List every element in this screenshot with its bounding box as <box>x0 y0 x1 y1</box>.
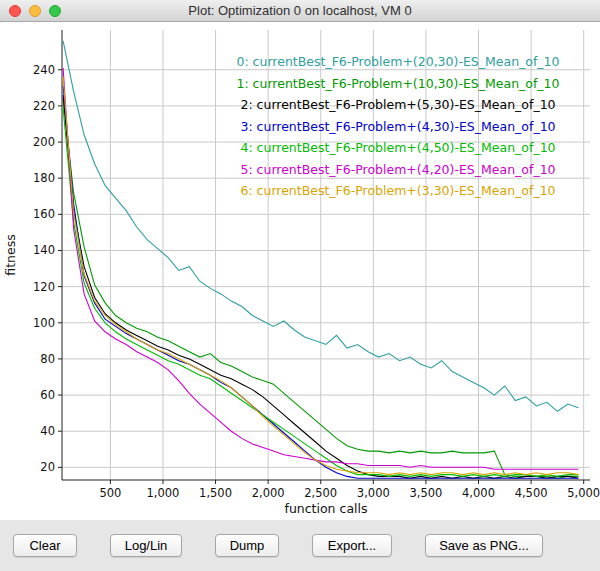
y-tick-label: 160 <box>33 207 55 221</box>
x-tick-label: 4,000 <box>462 486 495 500</box>
y-tick-label: 200 <box>33 135 55 149</box>
dump-button[interactable]: Dump <box>215 534 279 557</box>
plot-panel: 5001,0001,5002,0002,5003,0003,5004,0004,… <box>0 22 600 520</box>
x-tick-label: 2,000 <box>252 486 285 500</box>
y-tick-label: 20 <box>40 460 55 474</box>
fitness-chart: 5001,0001,5002,0002,5003,0003,5004,0004,… <box>0 22 600 520</box>
x-tick-label: 2,500 <box>304 486 337 500</box>
legend-entry-3: 3: currentBest_F6-Problem+(4,30)-ES_Mean… <box>240 119 555 134</box>
legend-entry-0: 0: currentBest_F6-Problem+(20,30)-ES_Mea… <box>236 54 559 69</box>
y-tick-label: 60 <box>40 388 55 402</box>
y-tick-label: 40 <box>40 424 55 438</box>
titlebar: Plot: Optimization 0 on localhost, VM 0 <box>0 0 600 22</box>
x-tick-label: 3,000 <box>357 486 390 500</box>
x-tick-label: 3,500 <box>409 486 442 500</box>
y-tick-label: 100 <box>33 316 55 330</box>
close-button[interactable] <box>9 5 21 17</box>
plot-window: Plot: Optimization 0 on localhost, VM 0 … <box>0 0 600 571</box>
x-axis-label: function calls <box>284 501 367 516</box>
x-tick-label: 4,500 <box>515 486 548 500</box>
window-title: Plot: Optimization 0 on localhost, VM 0 <box>188 3 411 18</box>
traffic-lights <box>9 0 61 21</box>
legend-entry-5: 5: currentBest_F6-Problem+(4,20)-ES_Mean… <box>240 162 555 177</box>
legend-entry-6: 6: currentBest_F6-Problem+(3,30)-ES_Mean… <box>240 183 555 198</box>
x-tick-label: 5,000 <box>567 486 600 500</box>
y-tick-label: 180 <box>33 171 55 185</box>
x-tick-label: 500 <box>99 486 121 500</box>
y-tick-label: 240 <box>33 63 55 77</box>
export-button[interactable]: Export... <box>312 534 392 557</box>
y-axis-label: fitness <box>3 234 18 275</box>
minimize-button[interactable] <box>29 5 41 17</box>
legend-entry-4: 4: currentBest_F6-Problem+(4,50)-ES_Mean… <box>240 140 555 155</box>
y-tick-label: 120 <box>33 280 55 294</box>
y-tick-label: 80 <box>40 352 55 366</box>
maximize-button[interactable] <box>49 5 61 17</box>
y-tick-label: 220 <box>33 99 55 113</box>
clear-button[interactable]: Clear <box>13 534 77 557</box>
loglin-button[interactable]: Log/Lin <box>110 534 182 557</box>
x-tick-label: 1,500 <box>199 486 232 500</box>
y-tick-label: 140 <box>33 243 55 257</box>
x-tick-label: 1,000 <box>147 486 180 500</box>
legend-entry-2: 2: currentBest_F6-Problem+(5,30)-ES_Mean… <box>240 97 555 112</box>
save-png-button[interactable]: Save as PNG... <box>425 534 543 557</box>
button-row: Clear Log/Lin Dump Export... Save as PNG… <box>0 520 600 571</box>
legend-entry-1: 1: currentBest_F6-Problem+(10,30)-ES_Mea… <box>236 76 559 91</box>
